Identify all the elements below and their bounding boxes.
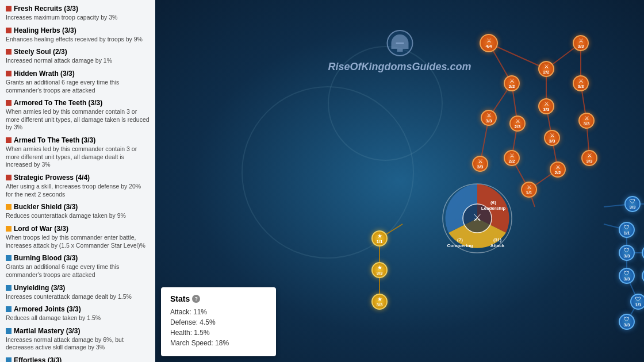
skill-node-n11[interactable]: ⚔2/2 — [504, 150, 520, 166]
node-label: 3/3 — [477, 165, 483, 170]
skill-node-b3[interactable]: 🛡1/1 — [619, 222, 635, 238]
node-label: 1/1 — [635, 303, 641, 308]
skill-title: Healing Herbs (3/3) — [6, 26, 150, 34]
skill-name: Lord of War (3/3) — [14, 225, 68, 233]
skill-node-b4[interactable]: 🛡3/3 — [619, 245, 635, 261]
skill-title: Effortless (3/3) — [6, 356, 150, 362]
node-label: 3/3 — [623, 323, 630, 328]
skill-description: Grants an additional 6 rage every time t… — [6, 79, 150, 94]
skill-title: Martial Mastery (3/3) — [6, 327, 150, 335]
skill-name: Burning Blood (3/3) — [14, 254, 78, 262]
node-label: 2/2 — [543, 70, 549, 75]
skill-node-n6[interactable]: ⚔3/3 — [573, 75, 589, 91]
skill-title: Hidden Wrath (3/3) — [6, 70, 150, 78]
skill-color-icon — [6, 28, 12, 33]
skill-name: Effortless (3/3) — [14, 356, 62, 362]
node-icon: ⚔ — [584, 115, 589, 121]
skill-node-g2[interactable]: ★3/3 — [371, 262, 388, 278]
skill-description: Reduces counterattack damage taken by 9% — [6, 212, 150, 220]
skill-color-icon — [6, 49, 12, 55]
stat-row: March Speed: 18% — [170, 339, 267, 347]
node-label: 1/1 — [623, 231, 630, 236]
skill-node-b5[interactable]: 🛡3/3 — [642, 245, 644, 261]
node-icon: ⚔ — [509, 78, 515, 84]
node-icon: ⚔ — [486, 112, 492, 118]
skill-color-icon — [6, 137, 12, 143]
node-label: 1/1 — [526, 191, 532, 196]
skill-title: Steely Soul (2/3) — [6, 48, 150, 56]
svg-text:Conquering: Conquering — [447, 243, 473, 248]
node-label: 3/3 — [485, 119, 492, 124]
skill-node-n10[interactable]: ⚔3/3 — [578, 113, 595, 129]
skill-color-icon — [6, 226, 12, 232]
commander-hub[interactable]: ⚔ (6) Leadership (7) Conquering (31) Att… — [431, 178, 512, 253]
skill-node-g1[interactable]: ★1/1 — [371, 230, 388, 247]
skill-title: Buckler Shield (3/3) — [6, 203, 150, 211]
skill-item: Armored Joints (3/3)Reduces all damage t… — [6, 305, 150, 322]
skill-title: Unyielding (3/3) — [6, 284, 150, 292]
node-icon: 🛡 — [624, 270, 630, 276]
skill-color-icon — [6, 175, 12, 180]
stats-label: Stats — [170, 294, 190, 303]
skill-name: Strategic Prowess (4/4) — [14, 174, 90, 182]
skill-name: Steely Soul (2/3) — [14, 48, 67, 56]
skill-color-icon — [6, 100, 12, 106]
node-icon: ⚔ — [578, 78, 584, 84]
node-label: 3/3 — [586, 159, 592, 164]
skill-color-icon — [6, 306, 12, 312]
skill-title: Lord of War (3/3) — [6, 225, 150, 233]
skill-title: Burning Blood (3/3) — [6, 254, 150, 262]
node-icon: ★ — [377, 296, 382, 302]
node-label: 3/3 — [629, 205, 635, 210]
skill-node-b1[interactable]: 🛡3/3 — [624, 196, 641, 212]
skill-node-n3[interactable]: ⚔3/3 — [573, 35, 589, 51]
skill-description: Increases maximum troop capacity by 3% — [6, 14, 150, 22]
skill-node-g3[interactable]: ★3/3 — [371, 294, 388, 310]
skill-node-b8[interactable]: 🛡3/3 — [642, 268, 644, 284]
skill-node-n7[interactable]: ⚔3/3 — [481, 110, 497, 126]
skill-description: When armies led by this commander contai… — [6, 145, 150, 169]
skill-node-n15[interactable]: ⚔1/1 — [521, 182, 537, 198]
skill-node-n1[interactable]: ⚔4/4 — [480, 34, 498, 52]
skill-node-n4[interactable]: ⚔2/2 — [504, 75, 520, 91]
skill-node-n2[interactable]: ⚔2/2 — [538, 61, 554, 77]
node-icon: ⚔ — [555, 164, 561, 170]
node-icon: ⚔ — [544, 101, 549, 107]
skill-node-n13[interactable]: ⚔3/3 — [472, 156, 488, 172]
skill-color-icon — [6, 255, 12, 261]
skill-item: Healing Herbs (3/3)Enhances healing effe… — [6, 26, 150, 44]
node-label: 3/3 — [543, 107, 549, 113]
skill-node-b10[interactable]: 🛡3/3 — [619, 314, 635, 330]
skill-description: Enhances healing effects received by tro… — [6, 36, 150, 44]
skill-item: Armed To The Teeth (3/3)When armies led … — [6, 136, 150, 169]
skill-color-icon — [6, 285, 12, 291]
node-icon: ★ — [377, 264, 382, 271]
skill-title: Strategic Prowess (4/4) — [6, 174, 150, 182]
skill-item: Steely Soul (2/3)Increased normal attack… — [6, 48, 150, 65]
node-icon: ⚔ — [527, 184, 532, 190]
skill-title: Fresh Recruits (3/3) — [6, 5, 150, 13]
watermark-text: RiseOfKingdomsGuides.com — [328, 61, 471, 73]
skill-name: Armored To The Teeth (3/3) — [14, 99, 102, 107]
node-icon: 🛡 — [624, 316, 630, 322]
skill-tree-area[interactable]: RiseOfKingdomsGuides.com ⚔ (6) Leadershi… — [155, 0, 644, 362]
skill-node-n12[interactable]: ⚔2/2 — [550, 161, 566, 178]
skill-item: Armored To The Teeth (3/3)When armies le… — [6, 99, 150, 132]
node-icon: ⚔ — [544, 63, 549, 70]
skill-node-n8[interactable]: ⚔2/3 — [509, 115, 526, 132]
stats-info-icon[interactable]: ? — [192, 295, 200, 303]
skill-color-icon — [6, 6, 12, 11]
skill-node-b7[interactable]: 🛡3/3 — [619, 268, 635, 284]
node-icon: ⚔ — [486, 37, 492, 44]
node-label: 1/1 — [376, 240, 382, 245]
node-icon: ★ — [377, 233, 382, 239]
skill-node-n14[interactable]: ⚔3/3 — [581, 150, 597, 166]
skill-node-b9[interactable]: 🛡1/1 — [630, 294, 644, 310]
skill-node-n5[interactable]: ⚔3/3 — [538, 98, 554, 114]
stat-rows-container: Attack: 11%Defense: 4.5%Health: 1.5%Marc… — [170, 308, 267, 347]
skill-color-icon — [6, 328, 12, 334]
skill-color-icon — [6, 357, 12, 362]
skill-node-n9[interactable]: ⚔3/3 — [544, 130, 560, 146]
skill-description: Reduces all damage taken by 1.5% — [6, 314, 150, 322]
skill-name: Martial Mastery (3/3) — [14, 327, 80, 335]
